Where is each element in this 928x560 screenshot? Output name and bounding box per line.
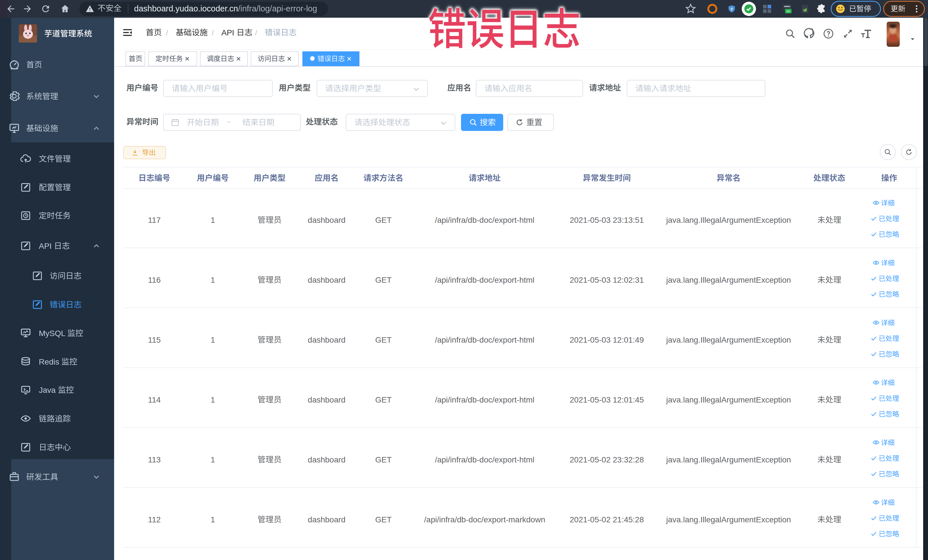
svg-text:on: on [786, 9, 790, 13]
